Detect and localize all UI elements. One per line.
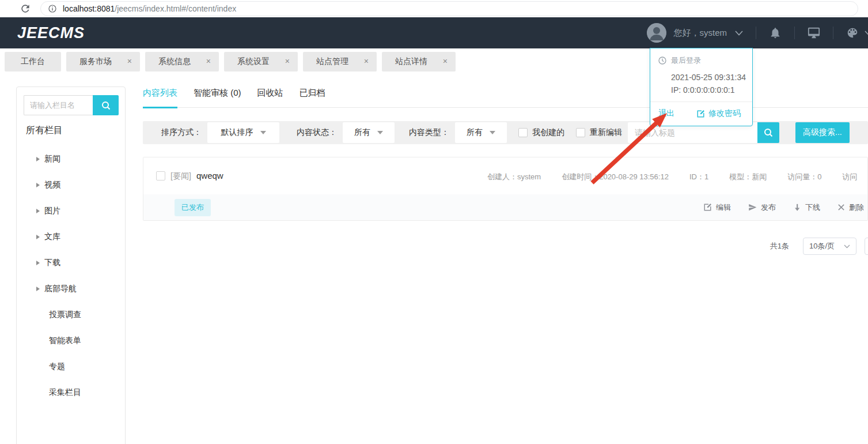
meta-model: 模型：新闻 [729,172,767,182]
content-row-actions: 已发布 编辑 发布 [143,194,867,220]
logout-link[interactable]: 退出 [658,108,674,119]
advanced-search-button[interactable]: 高级搜索... [795,122,850,143]
arrow-down-icon [793,204,801,212]
reload-icon[interactable] [20,3,31,14]
status-select[interactable]: 所有 [343,122,395,143]
sidebar-item-vote-survey[interactable]: 投票调查 [24,302,119,328]
pagination: 共1条 10条/页 [143,238,868,255]
edit-icon [703,203,712,212]
column-sidebar: 所有栏目 新闻 视频 图片 文库 下载 底部导航 投票调查 智能 [16,86,126,444]
expand-arrow-icon[interactable] [36,183,40,187]
type-label: 内容类型： [409,127,449,138]
sidebar-item-images[interactable]: 图片 [24,198,119,224]
column-search-input[interactable] [24,95,93,115]
last-login-label: 最后登录 [671,55,701,66]
content-main: 内容列表 智能审核 (0) 回收站 已归档 排序方式： 默认排序 内容状态： 所… [143,81,868,444]
navbar-divider [756,27,756,39]
tab-site-management[interactable]: 站点管理 × [303,52,377,72]
monitor-icon[interactable] [808,27,820,39]
sidebar-item-library[interactable]: 文库 [24,224,119,250]
close-tab-icon[interactable]: × [127,57,132,66]
close-tab-icon[interactable]: × [364,57,369,66]
expand-arrow-icon[interactable] [36,157,40,161]
expand-arrow-icon[interactable] [36,261,40,265]
all-columns-title: 所有栏目 [26,125,119,137]
navbar-divider [833,27,833,39]
sidebar-item-download[interactable]: 下载 [24,250,119,276]
created-by-me-checkbox[interactable]: 我创建的 [518,127,564,138]
send-icon [748,203,757,212]
info-icon[interactable] [48,4,57,13]
tab-content-list[interactable]: 内容列表 [143,88,177,108]
tab-service-market[interactable]: 服务市场 × [66,52,140,72]
navbar-divider [794,27,795,39]
select-arrow-icon [260,131,266,134]
tab-archived[interactable]: 已归档 [300,88,325,107]
type-select[interactable]: 所有 [455,122,507,143]
row-meta: 创建人：system 创建时间：2020-08-29 13:56:12 ID：1… [487,172,857,182]
sidebar-item-topic[interactable]: 专题 [24,353,119,379]
close-tab-icon[interactable]: × [285,57,290,66]
tab-site-detail[interactable]: 站点详情 × [382,52,456,72]
bell-icon[interactable] [769,27,782,39]
close-tab-icon[interactable]: × [443,57,448,66]
avatar[interactable] [647,23,666,43]
re-edit-checkbox[interactable]: 重新编辑 [576,127,622,138]
chevron-down-icon[interactable] [865,31,868,35]
sidebar-item-footer-nav[interactable]: 底部导航 [24,276,119,302]
edit-button[interactable]: 编辑 [703,202,731,213]
sidebar-item-collect-column[interactable]: 采集栏目 [24,379,119,405]
url-host: localhost:8081 [63,4,115,13]
select-arrow-icon [377,131,383,134]
chevron-down-icon[interactable] [735,31,743,36]
change-password-link[interactable]: 修改密码 [696,108,741,119]
delete-button[interactable]: 删除 [837,202,864,213]
select-arrow-icon [490,131,495,134]
tab-workbench[interactable]: 工作台 [5,52,61,72]
user-greeting[interactable]: 您好，system [673,28,727,39]
last-login-time: 2021-05-25 09:31:34 [671,73,744,82]
sidebar-item-smart-form[interactable]: 智能表单 [24,328,119,353]
expand-arrow-icon[interactable] [36,209,40,213]
chevron-down-icon [844,244,850,249]
sidebar-item-video[interactable]: 视频 [24,172,119,198]
sidebar-item-news[interactable]: 新闻 [24,146,119,172]
row-title[interactable]: qweqw [196,171,223,180]
content-row: [要闻] qweqw 创建人：system 创建时间：2020-08-29 13… [143,157,867,194]
content-row-card: [要闻] qweqw 创建人：system 创建时间：2020-08-29 13… [143,157,868,221]
title-search-button[interactable] [757,122,779,143]
browser-address-bar: localhost:8081/jeecms/index.html#/conten… [0,0,868,17]
url-pill[interactable]: localhost:8081/jeecms/index.html#/conten… [40,1,858,16]
offline-button[interactable]: 下线 [793,202,820,213]
status-badge: 已发布 [175,199,211,216]
clock-icon [658,57,666,65]
close-tab-icon[interactable]: × [206,57,211,66]
last-login-ip: IP: 0:0:0:0:0:0:0:1 [671,85,744,95]
search-icon [763,127,774,138]
tab-recycle-bin[interactable]: 回收站 [257,88,283,107]
address-url[interactable]: localhost:8081/jeecms/index.html#/conten… [63,4,236,13]
edit-icon [696,110,705,118]
expand-arrow-icon[interactable] [36,235,40,239]
row-checkbox[interactable] [156,171,165,180]
theme-palette-icon[interactable] [846,27,859,39]
meta-creator: 创建人：system [487,172,541,182]
tab-system-info[interactable]: 系统信息 × [145,52,219,72]
row-tag: [要闻] [170,171,191,182]
meta-created-time: 创建时间：2020-08-29 13:56:12 [562,172,669,182]
top-navbar: JEECMS 您好，system [0,17,868,48]
checkbox-icon[interactable] [576,128,585,137]
page-button-partial[interactable] [865,238,868,255]
expand-arrow-icon[interactable] [36,287,40,291]
publish-button[interactable]: 发布 [748,202,776,213]
checkbox-icon[interactable] [518,128,528,137]
meta-id: ID：1 [689,172,708,182]
sort-select[interactable]: 默认排序 [207,122,279,143]
tab-smart-review[interactable]: 智能审核 (0) [194,88,241,107]
sort-label: 排序方式： [161,127,202,138]
column-search-button[interactable] [93,95,119,115]
user-dropdown-popup: 最后登录 2021-05-25 09:31:34 IP: 0:0:0:0:0:0… [650,48,753,126]
status-label: 内容状态： [297,127,337,138]
page-size-select[interactable]: 10条/页 [803,238,856,255]
tab-system-settings[interactable]: 系统设置 × [224,52,298,72]
